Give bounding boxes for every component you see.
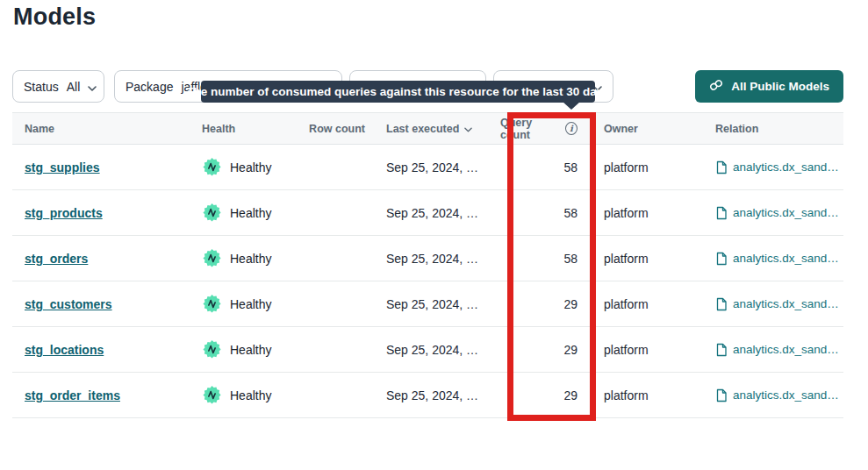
query-count-tooltip: The number of consumed queries against t… — [201, 81, 595, 103]
query-count-value: 58 — [500, 206, 588, 220]
last-executed-label: Last executed — [386, 123, 459, 135]
document-icon — [715, 206, 728, 220]
document-icon — [715, 343, 728, 357]
column-header-name[interactable]: Name — [12, 123, 202, 135]
query-count-value: 29 — [500, 297, 588, 311]
column-header-health[interactable]: Health — [202, 123, 307, 135]
model-link[interactable]: stg_locations — [25, 343, 104, 357]
table-header-row: Name Health Row count Last executed Quer… — [12, 112, 843, 145]
table-row: stg_products Healthy Sep 25, 2024, … 58 … — [12, 190, 843, 236]
models-page: Models Status All Package jaffle_ — [0, 0, 868, 470]
query-count-value: 29 — [500, 388, 588, 402]
document-icon — [715, 388, 728, 402]
owner-value: platform — [588, 160, 693, 174]
last-executed-value: Sep 25, 2024, … — [369, 206, 500, 220]
column-header-query-count[interactable]: Query count i — [500, 117, 588, 141]
model-link[interactable]: stg_orders — [25, 252, 88, 266]
table-row: stg_customers Healthy Sep 25, 2024, … 29… — [12, 281, 843, 327]
relation-link[interactable]: analytics.dx_sand… — [733, 206, 839, 219]
models-table: Name Health Row count Last executed Quer… — [12, 112, 843, 418]
info-icon[interactable]: i — [565, 122, 577, 135]
owner-value: platform — [588, 206, 693, 220]
query-count-label: Query count — [500, 117, 560, 141]
document-icon — [715, 297, 728, 311]
table-row: stg_order_items Healthy Sep 25, 2024, … … — [12, 373, 843, 418]
last-executed-value: Sep 25, 2024, … — [369, 160, 500, 174]
document-icon — [715, 160, 728, 174]
last-executed-value: Sep 25, 2024, … — [369, 297, 500, 311]
health-status: Healthy — [230, 388, 271, 402]
tooltip-arrow — [563, 102, 580, 110]
health-status: Healthy — [230, 206, 271, 220]
table-row: stg_locations Healthy Sep 25, 2024, … 29… — [12, 327, 843, 373]
healthy-badge-icon — [202, 157, 222, 177]
healthy-badge-icon — [202, 294, 222, 314]
relation-link[interactable]: analytics.dx_sand… — [733, 388, 839, 402]
last-executed-value: Sep 25, 2024, … — [369, 343, 500, 357]
health-status: Healthy — [230, 343, 271, 357]
all-public-models-button[interactable]: All Public Models — [695, 70, 843, 103]
table-row: stg_supplies Healthy Sep 25, 2024, … 58 … — [12, 145, 843, 190]
health-status: Healthy — [230, 160, 271, 174]
health-status: Healthy — [230, 252, 271, 266]
document-icon — [715, 252, 728, 266]
page-title: Models — [13, 4, 96, 31]
status-filter-dropdown[interactable]: Status All — [12, 70, 104, 103]
healthy-badge-icon — [202, 339, 222, 360]
query-count-value: 29 — [500, 343, 588, 357]
model-link[interactable]: stg_products — [25, 206, 103, 220]
tooltip-text: The number of consumed queries against t… — [186, 85, 609, 98]
chevron-down-icon — [88, 80, 97, 94]
model-link[interactable]: stg_order_items — [25, 388, 120, 402]
relation-link[interactable]: analytics.dx_sand… — [733, 297, 839, 310]
column-header-owner[interactable]: Owner — [588, 123, 693, 135]
status-filter-label: Status — [24, 80, 59, 94]
link-icon — [709, 79, 723, 94]
healthy-badge-icon — [202, 203, 222, 223]
owner-value: platform — [588, 252, 693, 266]
column-header-row-count[interactable]: Row count — [307, 123, 369, 135]
owner-value: platform — [588, 388, 693, 402]
column-header-relation[interactable]: Relation — [693, 123, 843, 135]
query-count-value: 58 — [500, 252, 588, 266]
model-link[interactable]: stg_customers — [25, 297, 112, 311]
status-filter-value: All — [67, 80, 81, 94]
relation-link[interactable]: analytics.dx_sand… — [733, 160, 839, 174]
owner-value: platform — [588, 297, 693, 311]
model-link[interactable]: stg_supplies — [25, 160, 100, 174]
sort-chevron-down-icon — [464, 123, 472, 135]
column-header-last-executed[interactable]: Last executed — [369, 123, 500, 135]
owner-value: platform — [588, 343, 693, 357]
last-executed-value: Sep 25, 2024, … — [369, 252, 500, 266]
table-row: stg_orders Healthy Sep 25, 2024, … 58 pl… — [12, 236, 843, 281]
all-public-models-label: All Public Models — [731, 80, 829, 93]
healthy-badge-icon — [202, 248, 222, 268]
last-executed-value: Sep 25, 2024, … — [369, 388, 500, 402]
relation-link[interactable]: analytics.dx_sand… — [733, 252, 839, 265]
health-status: Healthy — [230, 297, 271, 311]
query-count-value: 58 — [500, 160, 588, 174]
package-filter-label: Package — [126, 80, 173, 94]
relation-link[interactable]: analytics.dx_sand… — [733, 343, 839, 356]
healthy-badge-icon — [202, 385, 222, 405]
